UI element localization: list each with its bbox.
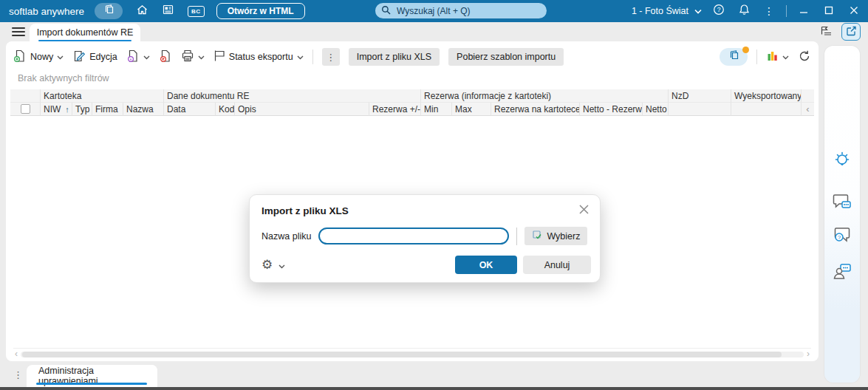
minimize-icon	[799, 4, 808, 18]
column-kod[interactable]: Kod	[216, 103, 235, 116]
notifications-button[interactable]	[736, 3, 752, 19]
edit-button[interactable]: Edycja	[72, 49, 117, 65]
search-input[interactable]	[395, 5, 541, 17]
printer-icon	[181, 49, 194, 64]
panel-tree-button[interactable]	[820, 24, 834, 40]
home-button[interactable]	[136, 4, 148, 18]
column-nazwa[interactable]: Nazwa	[123, 103, 164, 116]
workspace-switcher-button[interactable]	[95, 3, 123, 19]
open-in-html-button[interactable]: Otwórz w HTML	[216, 3, 305, 19]
news-button[interactable]	[162, 4, 174, 18]
group-rezerwa[interactable]: Rezerwa (informacje z kartoteki)	[421, 89, 669, 103]
menu-hamburger-button[interactable]	[12, 27, 25, 36]
sort-ascending-icon[interactable]: ↑	[65, 105, 69, 114]
grid-group-row: Kartoteka Dane dokumentu RE Rezerwa (inf…	[10, 89, 814, 103]
column-opis[interactable]: Opis	[235, 103, 369, 116]
bottom-tabs-menu-button[interactable]: ⋮	[13, 369, 23, 380]
data-grid-header: Kartoteka Dane dokumentu RE Rezerwa (inf…	[10, 89, 814, 116]
refresh-icon	[798, 49, 811, 65]
layers-icon	[728, 49, 740, 64]
column-wyeksportowany[interactable]: Wyeksportowany	[731, 89, 802, 103]
column-data[interactable]: Data	[164, 103, 216, 116]
maximize-button[interactable]	[821, 3, 837, 19]
document-info-button[interactable]	[126, 49, 150, 65]
column-niw[interactable]: NIW↑	[41, 103, 72, 116]
column-typ[interactable]: Typ	[72, 103, 92, 116]
document-delete-icon	[159, 49, 172, 65]
scrollbar-thumb[interactable]	[22, 352, 782, 358]
download-template-button[interactable]: Pobierz szablon importu	[448, 48, 564, 66]
collapse-columns-button[interactable]: ‹	[802, 103, 814, 116]
ok-button[interactable]: OK	[455, 256, 517, 274]
column-max[interactable]: Max	[452, 103, 491, 116]
horizontal-scrollbar: ‹ ›	[15, 351, 810, 358]
question-bubble-icon: ?	[831, 236, 853, 249]
svg-text:?: ?	[838, 234, 841, 241]
minimize-button[interactable]	[796, 3, 812, 19]
lightbulb-icon	[832, 160, 852, 173]
close-button[interactable]	[846, 3, 862, 19]
refresh-button[interactable]	[798, 49, 811, 65]
group-kartoteka[interactable]: Kartoteka	[41, 89, 164, 103]
scroll-right-button[interactable]: ›	[807, 351, 810, 358]
dialog-close-button[interactable]	[578, 204, 590, 218]
tabrow-right-icons	[820, 23, 861, 41]
share-icon	[846, 25, 857, 39]
layers-icon	[103, 4, 115, 18]
document-delete-button[interactable]	[159, 49, 172, 65]
import-xls-button[interactable]: Import z pliku XLS	[349, 48, 440, 66]
dialog-settings-button[interactable]: ⚙	[262, 259, 285, 272]
topbar-divider	[786, 5, 787, 17]
file-name-input[interactable]	[318, 228, 509, 244]
toolbar-more-button[interactable]: ⋮	[322, 48, 340, 66]
column-netto[interactable]: Netto	[643, 103, 669, 116]
bottom-tab-underline	[36, 383, 147, 385]
bar-chart-icon	[766, 49, 779, 64]
chevron-down-icon	[782, 52, 789, 62]
dialog-title: Import z pliku XLS	[262, 205, 349, 216]
group-dane-dokumentu[interactable]: Dane dokumentu RE	[164, 89, 421, 103]
tab-administracja-uprawnieniami[interactable]: Administracja uprawnieniami	[27, 365, 157, 387]
grid-header-filler	[802, 89, 814, 103]
share-button[interactable]	[841, 23, 861, 41]
document-info-icon	[126, 49, 140, 65]
import-xls-dialog: Import z pliku XLS Nazwa pliku Wybierz ⚙	[249, 194, 601, 283]
choose-file-button[interactable]: Wybierz	[524, 227, 587, 245]
bc-module-button[interactable]: BC	[188, 6, 205, 17]
tab-import-dokumentow-re[interactable]: Import dokumentów RE	[30, 24, 140, 41]
chart-view-button[interactable]	[766, 49, 789, 64]
feedback-chat-button[interactable]	[831, 191, 853, 216]
topbar-menu-button[interactable]: ⋮	[761, 5, 777, 17]
column-firma[interactable]: Firma	[92, 103, 123, 116]
contact-support-button[interactable]	[831, 260, 853, 285]
column-nzd-sub	[669, 103, 731, 116]
faq-button[interactable]: ?	[831, 225, 853, 250]
panel-bottom-divider	[13, 348, 811, 349]
scrollbar-track[interactable]	[21, 352, 804, 358]
maximize-icon	[824, 4, 833, 18]
svg-text:?: ?	[717, 6, 721, 13]
new-button[interactable]: Nowy	[13, 49, 64, 65]
toolbar: Nowy Edycja	[6, 41, 819, 68]
global-search[interactable]	[375, 3, 547, 18]
view-switcher-button[interactable]	[720, 48, 748, 66]
company-selector[interactable]: 1 - Foto Świat	[632, 6, 702, 16]
select-all-checkbox[interactable]	[21, 104, 30, 114]
column-min[interactable]: Min	[421, 103, 452, 116]
column-niw-label: NIW	[44, 104, 61, 114]
column-nzd[interactable]: NzD	[669, 89, 731, 103]
chevron-down-icon	[297, 52, 304, 62]
column-rezerwa-pm[interactable]: Rezerwa +/-	[369, 103, 421, 116]
help-button[interactable]: ?	[711, 3, 727, 19]
notification-dot	[742, 47, 749, 53]
column-rezerwa-kartotece[interactable]: Rezerwa na kartotece	[491, 103, 580, 116]
new-button-label: Nowy	[30, 52, 53, 62]
export-status-button[interactable]: Status eksportu	[213, 49, 304, 64]
hint-button[interactable]	[832, 150, 852, 174]
chevron-down-icon	[198, 52, 205, 62]
print-button[interactable]	[181, 49, 205, 64]
bell-icon	[739, 4, 750, 18]
cancel-button[interactable]: Anuluj	[523, 256, 591, 274]
scroll-left-button[interactable]: ‹	[15, 351, 18, 358]
column-netto-rezerwa[interactable]: Netto - Rezerwa	[580, 103, 643, 116]
